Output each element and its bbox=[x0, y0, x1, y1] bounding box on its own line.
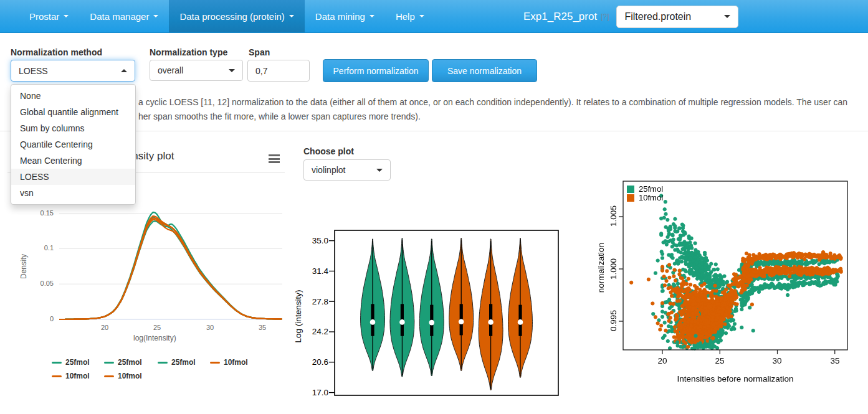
legend-item[interactable]: 25fmol bbox=[158, 357, 196, 367]
scatter-xtick: 20 bbox=[650, 356, 675, 365]
scatter-xtick: 30 bbox=[765, 356, 789, 365]
menu-option-quantile-centering[interactable]: Quantile Centering bbox=[11, 136, 135, 153]
chevron-down-icon bbox=[289, 15, 294, 17]
chevron-down-icon bbox=[153, 15, 158, 17]
caret-down-icon bbox=[724, 15, 730, 18]
legend-label: 10fmol bbox=[118, 372, 142, 380]
nav-item-prostar[interactable]: Prostar bbox=[19, 0, 79, 32]
scatter-xtick: 35 bbox=[823, 356, 847, 365]
dataset-version-value: Filtered.protein bbox=[624, 11, 691, 22]
dataset-title: Exp1_R25_prot bbox=[523, 11, 597, 23]
violin-ytick: 24.2 bbox=[302, 327, 328, 336]
legend-label: 10fmol bbox=[224, 358, 248, 367]
violin-ytick: 27.8 bbox=[302, 297, 328, 306]
menu-option-vsn[interactable]: vsn bbox=[11, 185, 135, 201]
help-badge[interactable]: [?] bbox=[601, 12, 609, 21]
normalization-method-menu: None Global quantile alignment Sum by co… bbox=[11, 84, 136, 205]
nav-item-label: Data mining bbox=[315, 11, 365, 22]
menu-option-loess[interactable]: LOESS bbox=[11, 169, 135, 185]
legend-label: 25fmol bbox=[639, 184, 663, 194]
scatter-xtick: 25 bbox=[707, 356, 732, 365]
legend-swatch bbox=[52, 362, 62, 364]
navbar-right: Exp1_R25_prot [?] Filtered.protein bbox=[523, 0, 738, 33]
prostar-app: Prostar Data manager Data processing (pr… bbox=[0, 0, 868, 414]
density-ytick: 0.15 bbox=[16, 209, 54, 217]
choose-plot-label: Choose plot bbox=[303, 146, 354, 156]
legend-swatch bbox=[627, 186, 634, 193]
legend-item[interactable]: 10fmol bbox=[210, 357, 248, 367]
violin-ytick: 31.4 bbox=[302, 266, 328, 276]
method-description-line2: her span smooths the fit more, while a l… bbox=[138, 111, 421, 121]
menu-option-global-quantile-alignment[interactable]: Global quantile alignment bbox=[11, 104, 135, 120]
density-ytick: 0.05 bbox=[16, 280, 54, 287]
legend-item[interactable]: 25fmol bbox=[52, 357, 90, 367]
legend-swatch bbox=[104, 375, 114, 377]
violin-ytick: 20.6 bbox=[302, 357, 328, 367]
legend-swatch bbox=[210, 362, 220, 364]
nav-item-label: Help bbox=[396, 11, 415, 22]
caret-up-icon bbox=[121, 69, 127, 72]
violin-ytick: 35.0 bbox=[302, 236, 328, 245]
legend-label: 10fmol bbox=[639, 193, 663, 202]
violin-ytick: 17.0 bbox=[302, 388, 328, 397]
chevron-down-icon bbox=[64, 15, 69, 17]
legend-swatch bbox=[104, 362, 114, 364]
scatter-xlabel: Intensities before normalization bbox=[642, 374, 829, 383]
legend-label: 10fmol bbox=[65, 372, 90, 380]
save-normalization-button[interactable]: Save normalization bbox=[432, 59, 537, 82]
chevron-down-icon bbox=[370, 15, 374, 17]
nav-item-help[interactable]: Help bbox=[385, 0, 435, 32]
span-input[interactable] bbox=[247, 60, 310, 82]
legend-label: 25fmol bbox=[118, 358, 142, 367]
scatter-ytick: 1.005 bbox=[609, 205, 618, 227]
type-select-value: overall bbox=[158, 65, 183, 75]
scatter-ytick: 0.995 bbox=[609, 310, 618, 331]
nav-item-data-manager[interactable]: Data manager bbox=[79, 0, 169, 32]
legend-label: 25fmol bbox=[65, 358, 90, 367]
nav-item-label: Data processing (protein) bbox=[179, 11, 284, 22]
normalization-type-label: Normalization type bbox=[150, 47, 227, 57]
chevron-down-icon bbox=[419, 15, 424, 17]
navbar: Prostar Data manager Data processing (pr… bbox=[0, 0, 868, 33]
density-xtick: 25 bbox=[145, 324, 169, 331]
nav-item-data-mining[interactable]: Data mining bbox=[305, 0, 385, 32]
caret-down-icon bbox=[376, 169, 383, 172]
legend-swatch bbox=[52, 375, 62, 377]
legend-item[interactable]: 25fmol bbox=[104, 357, 142, 367]
normalization-method-select[interactable]: LOESS bbox=[11, 60, 135, 82]
perform-normalization-button[interactable]: Perform normalization bbox=[323, 59, 429, 82]
span-label: Span bbox=[249, 47, 270, 57]
density-xtick: 30 bbox=[198, 324, 222, 331]
scatter-ytick: 1.000 bbox=[609, 258, 618, 280]
legend-label: 25fmol bbox=[171, 358, 196, 367]
normalization-type-select[interactable]: overall bbox=[150, 60, 243, 81]
density-ytick: 0 bbox=[16, 315, 54, 322]
choose-plot-select[interactable]: violinplot bbox=[303, 159, 391, 181]
scatter-ylabel: normalization bbox=[596, 243, 606, 293]
nav-item-label: Prostar bbox=[29, 11, 59, 22]
method-select-value: LOESS bbox=[19, 66, 48, 76]
scatter-legend-item: 10fmol bbox=[627, 193, 663, 202]
legend-swatch bbox=[627, 194, 634, 202]
legend-item[interactable]: 10fmol bbox=[52, 371, 90, 381]
method-description-line1: a cyclic LOESS [11, 12] normalization to… bbox=[138, 97, 847, 107]
nav-item-label: Data manager bbox=[90, 11, 149, 22]
density-ylabel: Density bbox=[19, 254, 28, 279]
violin-ylabel: Log (intensity) bbox=[293, 290, 303, 343]
legend-swatch bbox=[158, 362, 168, 364]
dataset-version-select[interactable]: Filtered.protein bbox=[616, 6, 738, 28]
nav-item-data-processing-protein[interactable]: Data processing (protein) bbox=[169, 0, 304, 32]
menu-option-mean-centering[interactable]: Mean Centering bbox=[11, 153, 135, 169]
menu-option-none[interactable]: None bbox=[11, 88, 135, 104]
menu-option-sum-by-columns[interactable]: Sum by columns bbox=[11, 120, 135, 136]
normalization-method-label: Normalization method bbox=[11, 47, 102, 57]
choose-plot-value: violinplot bbox=[312, 165, 345, 175]
caret-down-icon bbox=[229, 69, 235, 72]
legend-item[interactable]: 10fmol bbox=[104, 371, 142, 381]
density-xtick: 20 bbox=[92, 324, 117, 331]
scatter-legend-item: 25fmol bbox=[627, 184, 663, 194]
density-ytick: 0.1 bbox=[16, 244, 54, 252]
density-xlabel: log(Intensity) bbox=[133, 334, 176, 342]
